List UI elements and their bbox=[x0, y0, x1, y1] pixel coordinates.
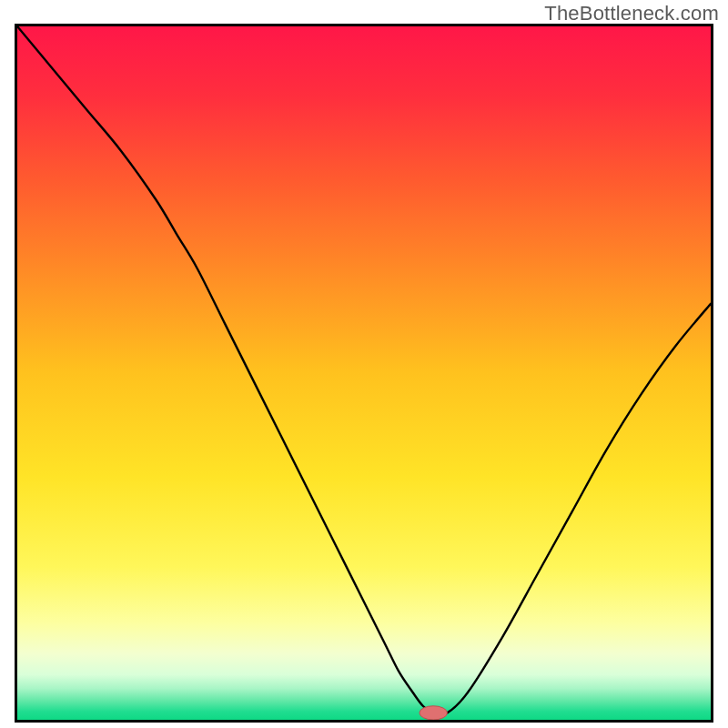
minimum-marker bbox=[420, 706, 447, 720]
plot-area bbox=[17, 26, 711, 720]
gradient-background bbox=[17, 26, 711, 720]
chart-frame: TheBottleneck.com bbox=[0, 0, 728, 728]
watermark-text: TheBottleneck.com bbox=[544, 2, 719, 25]
plot-border bbox=[15, 24, 713, 723]
